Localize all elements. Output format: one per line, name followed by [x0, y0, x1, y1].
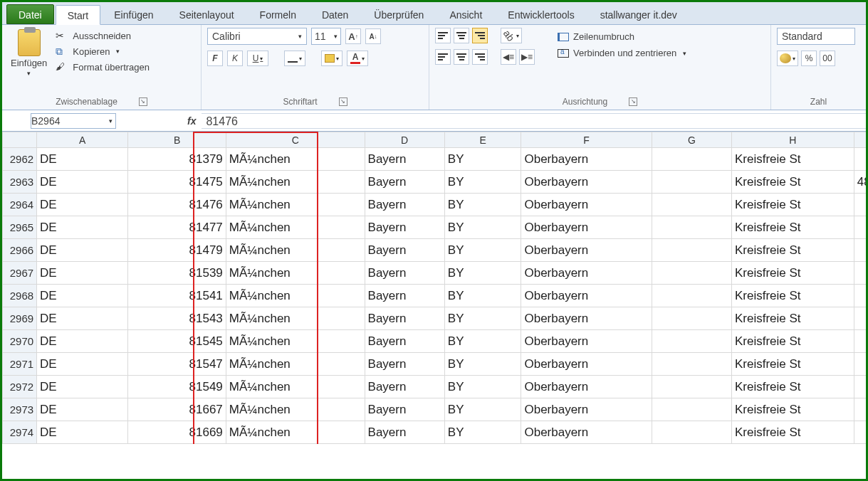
align-top-button[interactable]	[435, 28, 451, 43]
cell[interactable]	[652, 148, 731, 171]
cell[interactable]: BY	[444, 239, 521, 262]
column-header-D[interactable]: D	[365, 132, 444, 148]
cell[interactable]: MÃ¼nchen	[226, 194, 365, 216]
cell[interactable]: BY	[444, 421, 521, 444]
tab-seitenlayout[interactable]: Seitenlayout	[167, 4, 246, 24]
cell[interactable]	[652, 307, 731, 330]
cell[interactable]	[652, 330, 731, 353]
cut-button[interactable]: Ausschneiden	[54, 29, 151, 42]
cell[interactable]: 81379	[128, 148, 226, 171]
cell[interactable]	[854, 194, 866, 216]
cell[interactable]: Oberbayern	[521, 239, 652, 262]
increase-indent-button[interactable]: ▶≡	[519, 49, 535, 65]
column-header-F[interactable]: F	[521, 132, 652, 148]
row-header[interactable]: 2970	[3, 330, 37, 353]
cell[interactable]: MÃ¼nchen	[226, 421, 365, 444]
grow-font-button[interactable]: A↑	[345, 28, 361, 44]
cell[interactable]: Bayern	[365, 285, 444, 307]
cell[interactable]: Oberbayern	[521, 171, 652, 194]
cell[interactable]: Kreisfreie St	[731, 398, 854, 421]
cell[interactable]	[854, 398, 866, 421]
cell[interactable]: Kreisfreie St	[731, 216, 854, 239]
cell[interactable]: 81479	[128, 239, 226, 262]
cell[interactable]: DE	[37, 262, 128, 285]
cell[interactable]: Kreisfreie St	[731, 353, 854, 376]
cell[interactable]: Kreisfreie St	[731, 330, 854, 353]
shrink-font-button[interactable]: A↓	[365, 28, 381, 44]
cell[interactable]: MÃ¼nchen	[226, 307, 365, 330]
cell[interactable]: Bayern	[365, 239, 444, 262]
row-header[interactable]: 2973	[3, 398, 37, 421]
cell[interactable]: BY	[444, 398, 521, 421]
row-header[interactable]: 2964	[3, 194, 37, 216]
cell[interactable]	[854, 239, 866, 262]
cell[interactable]: Oberbayern	[521, 148, 652, 171]
cell[interactable]: Kreisfreie St	[731, 148, 854, 171]
tab-ansicht[interactable]: Ansicht	[437, 4, 494, 24]
cell[interactable]: Bayern	[365, 216, 444, 239]
cell[interactable]	[854, 353, 866, 376]
cell[interactable]: Oberbayern	[521, 307, 652, 330]
cell[interactable]	[652, 171, 731, 194]
tab--berpr-fen[interactable]: Überprüfen	[362, 4, 436, 24]
row-header[interactable]: 2966	[3, 239, 37, 262]
cell[interactable]: Oberbayern	[521, 216, 652, 239]
cell[interactable]: DE	[37, 216, 128, 239]
cell[interactable]: DE	[37, 398, 128, 421]
cell[interactable]	[652, 285, 731, 307]
cell[interactable]: Kreisfreie St	[731, 421, 854, 444]
cell[interactable]: BY	[444, 148, 521, 171]
tab-datei[interactable]: Datei	[6, 4, 54, 24]
cell[interactable]: 81543	[128, 307, 226, 330]
cell[interactable]: Bayern	[365, 376, 444, 398]
cell[interactable]: DE	[37, 353, 128, 376]
spreadsheet-grid[interactable]: ABCDEFGH 2962DE81379MÃ¼nchenBayernBYOber…	[2, 132, 866, 444]
tab-start[interactable]: Start	[56, 5, 101, 25]
tab-stallwanger-it-dev[interactable]: stallwanger it.dev	[588, 4, 689, 24]
align-middle-button[interactable]	[454, 28, 469, 43]
comma-style-button[interactable]: 00	[820, 51, 835, 66]
cell[interactable]: Kreisfreie St	[731, 239, 854, 262]
cell[interactable]	[854, 262, 866, 285]
decrease-indent-button[interactable]: ◀≡	[501, 49, 516, 65]
cell[interactable]: BY	[444, 216, 521, 239]
cell[interactable]: BY	[444, 285, 521, 307]
column-header-E[interactable]: E	[444, 132, 521, 148]
column-header-C[interactable]: C	[226, 132, 365, 148]
cell[interactable]: 81477	[128, 216, 226, 239]
cell[interactable]	[854, 216, 866, 239]
cell[interactable]: BY	[444, 262, 521, 285]
cell[interactable]: 48.1	[854, 171, 866, 194]
cell[interactable]: BY	[444, 194, 521, 216]
cell[interactable]: Kreisfreie St	[731, 262, 854, 285]
cell[interactable]: MÃ¼nchen	[226, 330, 365, 353]
cell[interactable]: Oberbayern	[521, 262, 652, 285]
cell[interactable]	[854, 376, 866, 398]
paste-button[interactable]: Einfügen ▾	[8, 28, 50, 78]
name-box[interactable]: B2964 ▾	[31, 113, 116, 129]
underline-button[interactable]: U	[247, 51, 268, 66]
cell[interactable]	[854, 148, 866, 171]
cell[interactable]: Oberbayern	[521, 376, 652, 398]
cell[interactable]: DE	[37, 285, 128, 307]
cell[interactable]: MÃ¼nchen	[226, 376, 365, 398]
row-header[interactable]: 2968	[3, 285, 37, 307]
column-header-H[interactable]: H	[731, 132, 854, 148]
italic-button[interactable]: K	[227, 51, 243, 66]
cell[interactable]: 81667	[128, 398, 226, 421]
dialog-launcher-icon[interactable]: ↘	[629, 97, 637, 106]
cell[interactable]: MÃ¼nchen	[226, 148, 365, 171]
format-painter-button[interactable]: Format übertragen	[54, 60, 151, 73]
cell[interactable]	[652, 239, 731, 262]
cell[interactable]: 81475	[128, 171, 226, 194]
merge-center-button[interactable]: Verbinden und zentrieren ▾	[556, 47, 688, 59]
currency-button[interactable]	[777, 51, 798, 66]
cell[interactable]: BY	[444, 353, 521, 376]
tab-daten[interactable]: Daten	[310, 4, 360, 24]
tab-entwicklertools[interactable]: Entwicklertools	[496, 4, 586, 24]
cell[interactable]	[854, 330, 866, 353]
fill-color-button[interactable]	[321, 51, 343, 66]
cell[interactable]: DE	[37, 148, 128, 171]
row-header[interactable]: 2965	[3, 216, 37, 239]
align-bottom-button[interactable]	[472, 28, 488, 43]
